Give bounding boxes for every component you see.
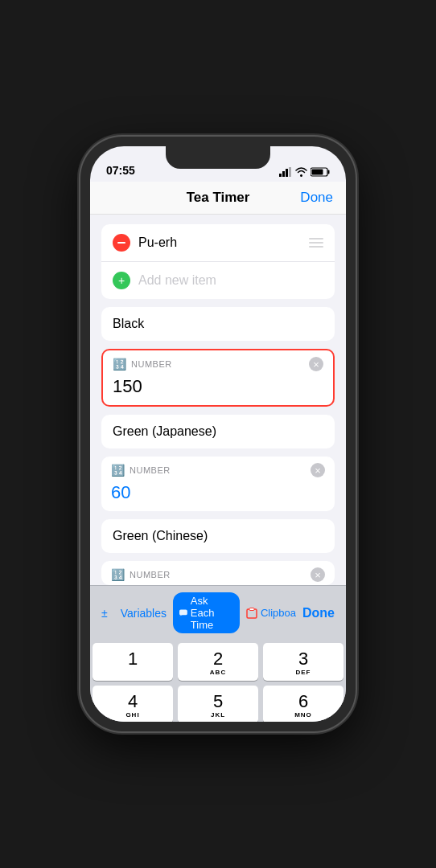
green-chinese-number-field-partial[interactable]: 🔢 NUMBER <box>101 561 335 585</box>
black-field-clear-button[interactable] <box>309 357 323 371</box>
svg-rect-7 <box>179 610 187 616</box>
green-chinese-field-label: NUMBER <box>130 570 171 579</box>
ask-each-time-label: Ask Each Time <box>191 595 233 631</box>
black-field-label: NUMBER <box>131 359 172 369</box>
black-number-field[interactable]: 🔢 NUMBER 150 <box>101 349 335 407</box>
green-japanese-field-label: NUMBER <box>130 465 171 475</box>
drag-handle[interactable] <box>309 238 323 248</box>
black-field-icon: 🔢 <box>113 358 126 371</box>
green-chinese-field-clear-button[interactable] <box>311 567 325 582</box>
green-chinese-field-icon: 🔢 <box>111 568 125 581</box>
black-field-label-row: 🔢 NUMBER <box>103 350 333 375</box>
green-japanese-number-field[interactable]: 🔢 NUMBER 60 <box>101 457 335 511</box>
key-6[interactable]: 6 MNO <box>263 686 343 722</box>
svg-rect-1 <box>282 171 285 177</box>
svg-rect-3 <box>289 167 291 177</box>
nav-title: Tea Timer <box>187 190 250 206</box>
green-chinese-field-label-row: 🔢 NUMBER <box>101 561 335 585</box>
green-japanese-section-label: Green (Japanese) <box>101 415 335 448</box>
list-section: Pu-erh Add new item <box>101 224 335 299</box>
battery-icon <box>311 167 330 177</box>
key-4[interactable]: 4 GHI <box>93 686 173 722</box>
green-japanese-field-label-row: 🔢 NUMBER <box>101 457 335 481</box>
svg-rect-5 <box>328 170 330 174</box>
nav-done-button[interactable]: Done <box>300 190 333 206</box>
phone-frame: 07:55 <box>80 137 356 731</box>
black-section-label: Black <box>101 307 335 341</box>
keyboard-row-2: 4 GHI 5 JKL 6 MNO <box>93 686 343 722</box>
svg-rect-6 <box>312 170 323 175</box>
green-chinese-section-label: Green (Chinese) <box>101 519 335 553</box>
ask-each-time-button[interactable]: Ask Each Time <box>173 592 240 633</box>
wifi-icon <box>295 167 307 177</box>
clipboard-label: Clipboa <box>261 607 296 619</box>
key-5[interactable]: 5 JKL <box>178 686 258 722</box>
green-japanese-field-value[interactable]: 60 <box>101 481 335 511</box>
nav-bar: Tea Timer Done <box>90 182 346 215</box>
add-item-button[interactable] <box>113 272 130 289</box>
status-icons <box>279 167 330 177</box>
numeric-keyboard: 1 2 ABC 3 DEF 4 GHI 5 <box>90 640 346 722</box>
clipboard-icon <box>246 608 257 619</box>
svg-rect-0 <box>279 174 282 177</box>
content-area: Pu-erh Add new item Black 🔢 NUMBER <box>90 215 346 585</box>
list-item-puerh[interactable]: Pu-erh <box>101 224 335 262</box>
black-field-value[interactable]: 150 <box>103 375 333 405</box>
plus-minus-button[interactable]: ± <box>101 607 108 620</box>
key-3[interactable]: 3 DEF <box>263 643 343 681</box>
status-time: 07:55 <box>106 164 135 177</box>
signal-icon <box>279 167 292 177</box>
green-japanese-field-icon: 🔢 <box>111 464 125 477</box>
key-1[interactable]: 1 <box>93 643 173 681</box>
svg-rect-10 <box>249 608 254 610</box>
svg-rect-2 <box>286 169 288 177</box>
green-japanese-field-clear-button[interactable] <box>311 463 325 477</box>
clipboard-button[interactable]: Clipboa <box>246 607 296 619</box>
puerh-label: Pu-erh <box>138 235 309 250</box>
add-item-placeholder: Add new item <box>138 273 323 288</box>
keyboard-toolbar: ± Variables Ask Each Time Clipboa Done <box>90 585 346 640</box>
svg-marker-8 <box>179 615 183 616</box>
notch <box>166 146 270 169</box>
variables-button[interactable]: Variables <box>121 607 167 620</box>
key-2[interactable]: 2 ABC <box>178 643 258 681</box>
list-item-add[interactable]: Add new item <box>101 262 335 299</box>
message-bubble-icon <box>179 608 187 618</box>
keyboard-done-button[interactable]: Done <box>302 606 335 620</box>
keyboard-row-1: 1 2 ABC 3 DEF <box>93 643 343 681</box>
remove-puerh-button[interactable] <box>113 234 130 252</box>
phone-screen: 07:55 <box>90 146 346 722</box>
